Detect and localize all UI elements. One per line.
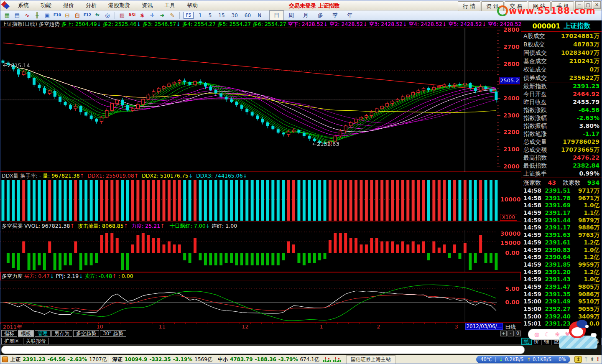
toolbar-separator xyxy=(115,12,115,19)
date-label: 1 xyxy=(320,323,323,330)
cycle-button-季[interactable]: 季 xyxy=(328,10,342,20)
tick-row: 14:592390.831.0亿 xyxy=(521,247,602,254)
tab-关联报价[interactable]: 关联报价 xyxy=(23,338,49,344)
board-icon[interactable]: ▣ xyxy=(43,11,52,19)
tab-管理[interactable]: 管理 xyxy=(35,330,51,337)
titlebar-button[interactable]: 手 机 xyxy=(551,1,574,11)
menu-资讯[interactable]: 资讯 xyxy=(136,0,158,10)
alert-icon[interactable]: ! xyxy=(597,356,599,362)
strength-indicator-header: 多空力度 买方: 0.47↓ PPJ: 2.19↓ 卖方: -0.48↑ : 0… xyxy=(0,272,521,280)
tick-row: 14:582391.691.0亿 xyxy=(521,202,602,209)
menu-工具[interactable]: 工具 xyxy=(158,0,181,10)
minute-button-5[interactable]: 5 xyxy=(205,12,215,19)
cycle-button-日[interactable]: 日 xyxy=(269,10,284,20)
move-icon[interactable]: ✛ xyxy=(148,11,157,19)
ddx-volume-pane[interactable]: 10000 X100 xyxy=(0,180,521,222)
system-tray-icon[interactable] xyxy=(2,356,8,362)
index-summary-中小[interactable]: 中小4783.79-188.36-3.79%674.1亿 xyxy=(217,356,320,363)
titlebar-button[interactable]: 交 易 xyxy=(505,1,527,11)
data-row: 基金成交210241万 xyxy=(521,57,602,65)
zoom-icon[interactable]: ◎ xyxy=(103,11,112,19)
maximize-button[interactable]: ▢ xyxy=(584,1,592,9)
strength-pane[interactable]: 5.000.00 xyxy=(0,280,521,322)
tab-30" 趋势[interactable]: 30" 趋势 xyxy=(100,330,126,337)
cycle-button-月[interactable]: 月 xyxy=(298,10,313,20)
menu-分析[interactable]: 分析 xyxy=(80,0,102,10)
draw-icon[interactable]: ✎ xyxy=(168,11,177,19)
main-candlestick-pane[interactable]: 280027002600250024002300220021002000 250… xyxy=(0,28,521,172)
mini-button-+[interactable]: + xyxy=(500,331,507,336)
tab-扩展区[interactable]: 扩展区 xyxy=(1,338,22,344)
quote-side-panel: 000001 上证指数 A股成交17024881万B股成交48783万国债成交1… xyxy=(521,20,602,345)
data-row: B股成交48783万 xyxy=(521,40,602,48)
updown-icon[interactable]: ⇞ xyxy=(590,356,594,362)
minute-period-buttons: 15153060N xyxy=(195,12,265,19)
app-logo-icon xyxy=(2,2,10,9)
report-icon[interactable]: ▤ xyxy=(13,11,22,19)
server-name[interactable]: 国信证券上海主站 xyxy=(346,355,395,364)
status-bar: 上证2391.23-64.56-2.63%1707亿深证10094.9-332.… xyxy=(0,355,602,364)
rsi-icon[interactable]: RSI xyxy=(128,11,137,19)
date-label: 12 xyxy=(242,323,249,330)
index-summary-上证[interactable]: 上证2391.23-64.56-2.63%1707亿 xyxy=(10,356,108,363)
titlebar-button[interactable]: 网 站 xyxy=(528,1,551,11)
close-button[interactable]: ✕ xyxy=(593,1,601,9)
data-row: 总成交额17073665万 xyxy=(521,146,602,154)
minute-button-15[interactable]: 15 xyxy=(215,12,228,19)
mini-button--[interactable]: - xyxy=(508,331,514,336)
download-arrow-icon: ↓ xyxy=(499,356,503,362)
index-summary-深证[interactable]: 深证10094.9-332.35-3.19%1569亿 xyxy=(112,356,213,363)
quote-grid-icon[interactable]: ▦ xyxy=(3,11,12,19)
date-axis[interactable]: 2011年101112123 2012/03/06/二 日线 xyxy=(0,322,521,330)
menu-帮助[interactable]: 帮助 xyxy=(181,0,204,10)
menu-港股期货[interactable]: 港股期货 xyxy=(102,0,136,10)
minute-button-30[interactable]: 30 xyxy=(228,12,241,19)
f12-icon[interactable]: F12 xyxy=(83,11,92,19)
titlebar-button[interactable]: 资 讯 xyxy=(481,1,504,11)
f10-icon[interactable]: F10 xyxy=(53,11,62,19)
index-stats-section: 最新指数2391.23今日开盘2464.92昨日收盘2455.79指数涨跌-64… xyxy=(521,82,602,178)
stock-code: 000001 xyxy=(533,22,561,30)
minimize-button[interactable]: ─ xyxy=(575,1,583,9)
crosshair-date-label: 2012/03/06/二 xyxy=(465,323,503,330)
tick-row: 14:592391.859959万 xyxy=(521,261,602,269)
mascot-cap xyxy=(576,320,587,328)
menu-功能[interactable]: 功能 xyxy=(35,0,57,10)
custom-icon[interactable]: 自 xyxy=(73,11,82,19)
template-tabs-row: 指标模板管理另存为多空趋势30" 趋势 +-0 xyxy=(0,330,521,337)
cycle-button-周[interactable]: 周 xyxy=(284,10,298,20)
tab-模板[interactable]: 模板 xyxy=(18,330,34,337)
buy-sell-pane[interactable]: 30000150000.00 xyxy=(0,230,521,272)
cycle-button-年[interactable]: 年 xyxy=(342,10,357,20)
tab-多空趋势[interactable]: 多空趋势 xyxy=(73,330,99,337)
trend-icon[interactable]: ∿ xyxy=(23,11,32,19)
window-controls: ─▢✕ xyxy=(575,1,601,9)
tab-指标[interactable]: 指标 xyxy=(1,330,17,337)
formula-icon[interactable]: fx xyxy=(93,11,102,19)
region-stat-icon[interactable]: ▨ xyxy=(117,11,127,19)
speed-boost-icon[interactable]: ↥ xyxy=(574,356,582,363)
mini-button-0[interactable]: 0 xyxy=(515,331,521,336)
menu-系统[interactable]: 系统 xyxy=(12,0,35,10)
tree-icon[interactable]: ⊟ xyxy=(63,11,72,19)
upload-speed: 0.1KB/S xyxy=(533,356,551,362)
mascot-decoration: ◍☾❀♥ xyxy=(528,321,599,356)
menu-报价[interactable]: 报价 xyxy=(57,0,80,10)
command-input[interactable] xyxy=(1,346,525,354)
titlebar-button[interactable]: 行 情 xyxy=(458,1,480,11)
fund-icon[interactable]: $ xyxy=(138,11,147,19)
minute-button-60[interactable]: 60 xyxy=(241,12,254,19)
minute-button-N[interactable]: N xyxy=(254,12,265,19)
stock-title[interactable]: 000001 上证指数 xyxy=(521,20,602,32)
cycle-button-多[interactable]: 多 xyxy=(313,10,328,20)
signal-icon[interactable]: ᛉ xyxy=(584,356,587,362)
price-axis-label: 2100 xyxy=(500,146,520,153)
kline-icon[interactable]: ╫ xyxy=(33,11,42,19)
tick-by-tick-list[interactable]: 14:582391.519717万14:582391.789671万14:582… xyxy=(521,187,602,338)
minute-button-1[interactable]: 1 xyxy=(195,12,205,19)
tick-row: 14:592391.431.0亿 xyxy=(521,276,602,283)
price-axis-label: 2300 xyxy=(500,112,520,119)
tab-另存为[interactable]: 另存为 xyxy=(51,330,72,337)
export-icon[interactable]: ➜ xyxy=(158,11,167,19)
refresh-f5-button[interactable]: F5 xyxy=(184,12,194,19)
